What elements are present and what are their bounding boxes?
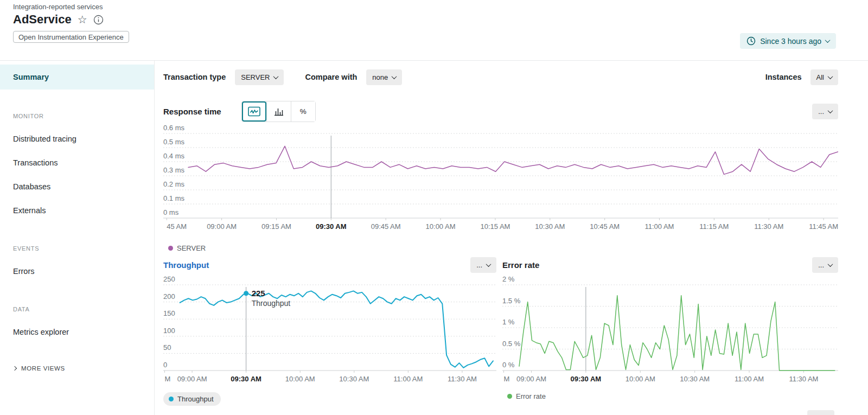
sidebar-section-data: DATA	[13, 306, 154, 312]
svg-text:0.3 ms: 0.3 ms	[163, 166, 185, 174]
throughput-title[interactable]: Throughput	[163, 260, 209, 270]
open-instrumentation-button[interactable]: Open Instrumentation Experience	[13, 31, 129, 43]
sidebar-item-summary[interactable]: Summary	[0, 65, 154, 90]
svg-text:11:30 AM: 11:30 AM	[754, 222, 783, 231]
chevron-right-icon	[12, 366, 17, 371]
response-time-header: Response time % ...	[163, 100, 838, 122]
svg-text:225: 225	[252, 289, 265, 298]
sidebar-section-monitor: MONITOR	[13, 113, 154, 119]
chevron-down-icon	[273, 74, 279, 79]
svg-text:Throughput: Throughput	[252, 299, 291, 308]
svg-text:09:00 AM: 09:00 AM	[207, 222, 237, 231]
svg-text:100: 100	[163, 327, 175, 335]
throughput-panel: Throughput ... 250200150100500M09:00 AM0…	[163, 257, 496, 406]
sidebar-section-events: EVENTS	[13, 245, 154, 252]
error-rate-title: Error rate	[502, 260, 539, 270]
error-rate-chart[interactable]: 2 %1.5 %1 %0.5 %0 %M09:00 AM09:30 AM10:0…	[502, 276, 838, 385]
error-rate-legend[interactable]: Error rate	[507, 392, 546, 400]
sidebar-item-databases[interactable]: Databases	[13, 182, 154, 191]
svg-text:0.1 ms: 0.1 ms	[163, 194, 185, 202]
svg-text:1.5 %: 1.5 %	[502, 297, 521, 305]
response-time-title: Response time	[163, 107, 221, 116]
svg-text:10:00 AM: 10:00 AM	[626, 375, 655, 383]
response-time-menu-button[interactable]: ...	[812, 104, 838, 119]
next-chart-menu-button-partial	[807, 410, 834, 415]
svg-text:0.2 ms: 0.2 ms	[163, 180, 185, 188]
svg-text:09:15 AM: 09:15 AM	[261, 222, 291, 231]
error-rate-legend-dot	[507, 394, 512, 399]
svg-text:09:45 AM: 09:45 AM	[371, 222, 401, 231]
sidebar-item-metrics-explorer[interactable]: Metrics explorer	[13, 328, 154, 336]
svg-text:11:00 AM: 11:00 AM	[735, 375, 764, 383]
svg-text:10:30 AM: 10:30 AM	[339, 375, 369, 383]
filter-bar: Transaction type SERVER Compare with non…	[163, 66, 838, 88]
time-picker-label: Since 3 hours ago	[760, 37, 821, 46]
svg-text:2 %: 2 %	[502, 276, 515, 283]
svg-text:0 ms: 0 ms	[163, 208, 179, 216]
chart-type-toggle: %	[241, 101, 316, 122]
more-icon: ...	[818, 107, 824, 116]
svg-text:0: 0	[163, 361, 167, 369]
server-legend-dot	[168, 246, 173, 251]
clock-icon	[746, 36, 756, 46]
error-rate-menu-button[interactable]: ...	[812, 257, 838, 273]
instances-select[interactable]: All	[810, 69, 838, 85]
svg-text:11:00 AM: 11:00 AM	[644, 222, 674, 231]
svg-text:10:30 AM: 10:30 AM	[535, 222, 565, 231]
sidebar-item-transactions[interactable]: Transactions	[13, 158, 154, 167]
svg-text:50: 50	[163, 343, 171, 352]
main-content: Transaction type SERVER Compare with non…	[155, 61, 868, 415]
error-rate-panel: Error rate ... 2 %1.5 %1 %0.5 %0 %M09:00…	[502, 257, 838, 406]
svg-text:10:15 AM: 10:15 AM	[480, 222, 510, 231]
throughput-menu-button[interactable]: ...	[470, 257, 496, 273]
bar-chart-toggle-button[interactable]	[266, 101, 291, 122]
svg-text:0.5 ms: 0.5 ms	[163, 138, 185, 146]
line-chart-toggle-button[interactable]	[242, 101, 266, 122]
chevron-down-icon	[392, 74, 397, 79]
percent-toggle-button[interactable]: %	[291, 101, 315, 122]
svg-text:09:00 AM: 09:00 AM	[516, 375, 546, 383]
svg-text:200: 200	[163, 292, 175, 301]
svg-text:10:45 AM: 10:45 AM	[590, 222, 620, 231]
svg-text:11:45 AM: 11:45 AM	[809, 222, 838, 231]
chevron-down-icon	[828, 74, 833, 79]
svg-text:09:00 AM: 09:00 AM	[177, 375, 207, 383]
chevron-down-icon	[828, 261, 833, 267]
more-icon: ...	[818, 261, 824, 269]
svg-text:M: M	[164, 375, 170, 383]
svg-text:11:30 AM: 11:30 AM	[448, 375, 477, 383]
svg-text:09:30 AM: 09:30 AM	[231, 375, 261, 383]
response-time-chart[interactable]: 0.6 ms0.5 ms0.4 ms0.3 ms0.2 ms0.1 ms0 ms…	[163, 125, 838, 232]
compare-with-select[interactable]: none	[366, 69, 402, 85]
sidebar-item-errors[interactable]: Errors	[13, 267, 154, 276]
transaction-type-label: Transaction type	[163, 73, 226, 81]
more-icon: ...	[476, 261, 482, 269]
transaction-type-select[interactable]: SERVER	[235, 69, 284, 85]
svg-text:10:00 AM: 10:00 AM	[285, 375, 315, 383]
time-picker-button[interactable]: Since 3 hours ago	[740, 33, 836, 49]
compare-with-label: Compare with	[305, 73, 357, 81]
svg-text:11:15 AM: 11:15 AM	[699, 222, 729, 231]
chevron-down-icon	[825, 37, 831, 43]
svg-text:11:30 AM: 11:30 AM	[789, 375, 818, 383]
line-chart-icon	[248, 106, 260, 117]
sidebar-item-externals[interactable]: Externals	[13, 206, 154, 215]
sidebar-more-views[interactable]: MORE VIEWS	[13, 365, 154, 372]
svg-text:0 %: 0 %	[502, 361, 515, 369]
response-time-legend[interactable]: SERVER	[168, 244, 838, 252]
throughput-legend[interactable]: Throughput	[163, 392, 221, 406]
info-icon[interactable]	[93, 15, 104, 25]
svg-text:1 %: 1 %	[502, 318, 515, 326]
favorite-star-icon[interactable]: ☆	[78, 14, 87, 25]
sidebar-item-distributed-tracing[interactable]: Distributed tracing	[13, 135, 154, 143]
throughput-chart[interactable]: 250200150100500M09:00 AM09:30 AM10:00 AM…	[163, 276, 496, 385]
page-title: AdService	[13, 12, 72, 27]
svg-text:M: M	[503, 375, 509, 383]
apm-summary-page: Integration-reported services AdService …	[0, 0, 868, 415]
page-header: Integration-reported services AdService …	[0, 0, 868, 61]
svg-text:11:00 AM: 11:00 AM	[393, 375, 423, 383]
svg-text:10:30 AM: 10:30 AM	[680, 375, 710, 383]
breadcrumb[interactable]: Integration-reported services	[13, 3, 103, 11]
throughput-legend-dot	[169, 397, 174, 401]
sidebar: Summary MONITOR Distributed tracing Tran…	[0, 61, 155, 415]
